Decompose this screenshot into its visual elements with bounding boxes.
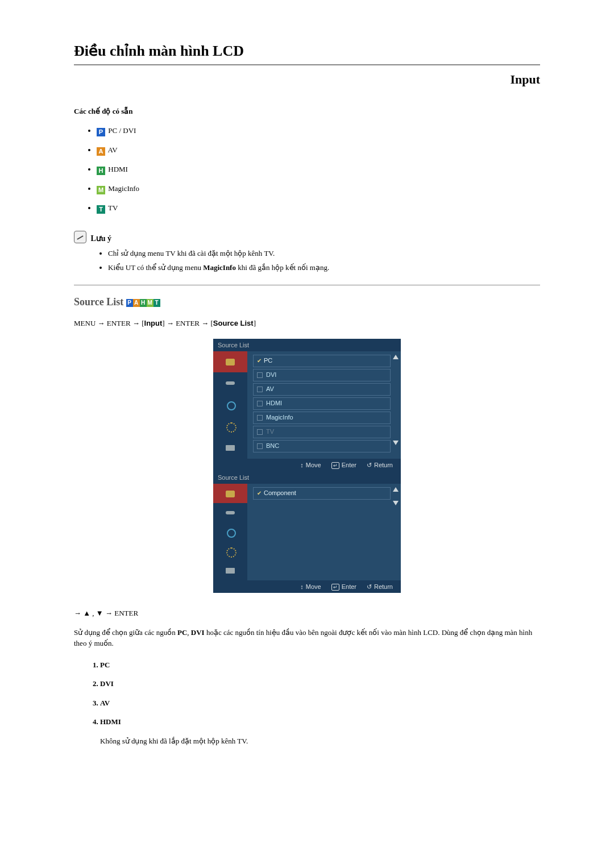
mode-item-tv: T TV	[97, 202, 540, 214]
mode-label: AV	[108, 146, 118, 154]
osd-main: ✔PC DVI AV HDMI MagicInfo TV BNC	[247, 351, 401, 459]
osd-foot-move: Move	[300, 582, 321, 592]
note-item: Kiểu UT có thể sử dụng menu MagicInfo kh…	[108, 262, 540, 273]
osd-row-label: Component	[264, 488, 296, 498]
gear-icon	[225, 547, 236, 555]
p-icon: P	[97, 128, 105, 136]
osd-side-sound[interactable]	[213, 522, 247, 542]
ol-item-pc: PC	[100, 659, 540, 671]
osd-side-input[interactable]	[213, 351, 247, 373]
badge-t-icon: T	[154, 299, 160, 307]
badge-h-icon: H	[140, 299, 147, 307]
circle-icon	[225, 401, 236, 409]
menu-path-input: Input	[144, 319, 163, 327]
check-icon: ✔	[257, 356, 262, 365]
osd-row-dvi[interactable]: DVI	[253, 369, 391, 381]
mode-item-av: A AV	[97, 144, 540, 156]
osd-foot-move: Move	[300, 460, 321, 470]
desc-dvi: DVI	[191, 628, 205, 637]
osd-side-input[interactable]	[213, 484, 247, 503]
mode-label: HDMI	[108, 165, 128, 173]
badge-p-icon: P	[126, 299, 133, 307]
osd-sidebar	[213, 351, 247, 459]
check-icon: ✔	[257, 489, 262, 497]
source-ordered-list: PC DVI AV HDMI Không sử dụng khi đã lắp …	[74, 659, 540, 747]
badge-m-icon: M	[147, 299, 154, 307]
osd-sourcelist-2: Source List ✔Component Move Enter Return	[213, 471, 401, 593]
menu-path-sourcelist: Source List	[213, 319, 254, 327]
rect-icon	[225, 444, 236, 452]
osd-foot-return: Return	[367, 460, 393, 470]
desc-pc: PC	[177, 628, 187, 637]
note-heading: Lưu ý	[74, 231, 540, 244]
osd-side-setup[interactable]	[213, 416, 247, 437]
osd-row-label: BNC	[266, 441, 279, 451]
available-modes-list: P PC / DVI A AV H HDMI M MagicInfo T TV	[74, 125, 540, 214]
scroll-up-icon[interactable]	[393, 487, 399, 492]
scroll-down-icon[interactable]	[393, 441, 399, 445]
section-heading-input: Input	[74, 70, 540, 89]
osd-row-label: MagicInfo	[266, 413, 293, 422]
osd-footer: Move Enter Return	[213, 580, 401, 593]
osd-foot-return: Return	[367, 582, 393, 592]
badge-a-icon: A	[133, 299, 140, 307]
section-divider	[74, 285, 540, 285]
menu-path-text: MENU → ENTER →	[74, 319, 142, 327]
note-icon	[74, 231, 86, 243]
input-icon	[225, 489, 236, 497]
source-list-heading-text: Source List	[74, 296, 123, 308]
mode-label: MagicInfo	[108, 184, 139, 193]
osd-row-label: HDMI	[266, 398, 282, 408]
osd-row-label: DVI	[266, 370, 276, 380]
ol-item-label: HDMI	[100, 717, 121, 726]
osd-side-multi[interactable]	[213, 437, 247, 459]
mode-item-magicinfo: M MagicInfo	[97, 183, 540, 194]
osd-foot-enter: Enter	[331, 582, 356, 592]
a-icon: A	[97, 147, 105, 156]
slider-icon	[225, 509, 236, 517]
available-modes-heading: Các chế độ có sẵn	[74, 106, 540, 117]
t-icon: T	[97, 205, 105, 214]
scroll-up-icon[interactable]	[393, 355, 399, 359]
osd-row-pc[interactable]: ✔PC	[253, 355, 391, 367]
page-title: Điều chỉnh màn hình LCD	[74, 40, 540, 62]
osd-row-component[interactable]: ✔Component	[253, 487, 391, 500]
osd-main: ✔Component	[247, 484, 401, 580]
osd-sourcelist-1: Source List ✔PC DVI AV HDMI MagicInfo TV…	[213, 339, 401, 471]
osd-side-picture[interactable]	[213, 372, 247, 394]
ol-item-av: AV	[100, 697, 540, 709]
osd-side-multi[interactable]	[213, 561, 247, 580]
rect-icon	[225, 567, 236, 575]
h-icon: H	[97, 167, 105, 175]
source-list-heading: Source List PAHMT	[74, 294, 540, 310]
scroll-down-icon[interactable]	[393, 501, 399, 505]
osd-side-picture[interactable]	[213, 503, 247, 522]
osd-row-hdmi[interactable]: HDMI	[253, 397, 391, 410]
title-divider	[74, 64, 540, 65]
m-icon: M	[97, 186, 105, 194]
menu-path: MENU → ENTER → [Input] → ENTER → [Source…	[74, 318, 540, 329]
osd-row-av[interactable]: AV	[253, 383, 391, 396]
osd-sidebar	[213, 484, 247, 580]
input-icon	[225, 358, 236, 366]
gear-icon	[225, 422, 236, 430]
osd-row-label: PC	[264, 356, 272, 366]
osd-side-setup[interactable]	[213, 542, 247, 561]
mode-item-pc-dvi: P PC / DVI	[97, 125, 540, 136]
osd-foot-enter: Enter	[331, 460, 356, 470]
slider-icon	[225, 379, 236, 387]
osd-title: Source List	[213, 339, 401, 351]
desc-text: Sử dụng để chọn giữa các nguồn	[74, 628, 177, 637]
osd-side-sound[interactable]	[213, 394, 247, 416]
osd-footer: Move Enter Return	[213, 459, 401, 472]
note-list: Chỉ sử dụng menu TV khi đã cài đặt một h…	[74, 248, 540, 273]
mode-label: TV	[108, 203, 118, 212]
menu-path-text: → ENTER →	[165, 319, 211, 327]
osd-row-magicinfo[interactable]: MagicInfo	[253, 412, 391, 424]
osd-row-label: TV	[266, 427, 274, 437]
circle-icon	[225, 528, 236, 536]
mode-label: PC / DVI	[108, 126, 136, 135]
osd-row-bnc[interactable]: BNC	[253, 440, 391, 452]
osd-row-tv[interactable]: TV	[253, 426, 391, 438]
source-list-description: Sử dụng để chọn giữa các nguồn PC, DVI h…	[74, 627, 540, 649]
